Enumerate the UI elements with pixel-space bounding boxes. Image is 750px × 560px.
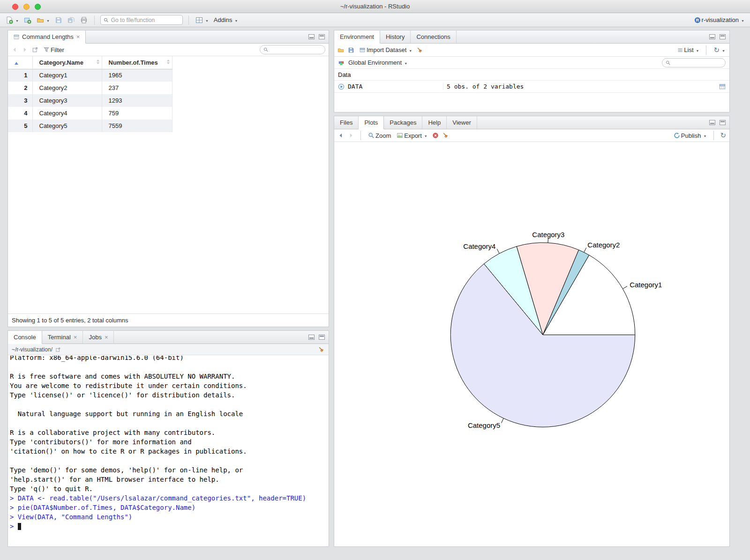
tab-history[interactable]: History xyxy=(380,30,411,43)
maximize-pane-icon[interactable] xyxy=(319,34,325,39)
pie-label-Category1: Category1 xyxy=(630,281,662,289)
tab-environment[interactable]: Environment xyxy=(334,30,380,44)
refresh-environment-button[interactable]: ↻ xyxy=(712,45,726,55)
r-project-icon: R xyxy=(694,17,701,23)
console-tabbar: Console Terminal Jobs xyxy=(8,331,329,344)
svg-text:R: R xyxy=(696,18,699,22)
times-cell: 759 xyxy=(102,107,172,119)
pie-label-Category2: Category2 xyxy=(587,241,620,249)
minimize-window-button[interactable] xyxy=(23,4,30,10)
clear-all-plots-button[interactable] xyxy=(442,132,449,139)
pie-label-tick xyxy=(584,248,586,253)
tab-plots[interactable]: Plots xyxy=(359,116,384,129)
table-row: 4 Category4 759 xyxy=(8,107,172,119)
times-cell: 237 xyxy=(102,82,172,94)
object-name: DATA xyxy=(348,83,362,90)
save-all-button[interactable] xyxy=(67,16,76,24)
goto-file-search[interactable] xyxy=(100,15,183,25)
environment-object-row: DATA 5 obs. of 2 variables xyxy=(334,81,729,93)
tab-files[interactable]: Files xyxy=(334,116,359,129)
previous-plot-button[interactable] xyxy=(338,132,344,139)
clear-console-button[interactable] xyxy=(318,346,325,353)
tab-terminal[interactable]: Terminal xyxy=(42,331,83,343)
tab-jobs[interactable]: Jobs xyxy=(83,331,114,343)
table-icon xyxy=(14,34,19,40)
maximize-pane-icon[interactable] xyxy=(319,335,325,340)
environment-pane: Environment History Connections Import D… xyxy=(334,30,730,112)
category-name-cell: Category5 xyxy=(32,119,102,132)
column-header-rownum[interactable] xyxy=(8,56,32,69)
export-plot-button[interactable]: Export xyxy=(396,131,428,140)
pane-window-buttons xyxy=(709,120,726,125)
tab-help[interactable]: Help xyxy=(422,116,447,129)
dropdown-caret-icon xyxy=(695,46,699,54)
new-project-button[interactable] xyxy=(23,16,32,24)
import-dataset-icon xyxy=(359,47,366,53)
filter-button[interactable]: Filter xyxy=(42,46,65,54)
expand-object-icon[interactable] xyxy=(338,83,345,90)
console-output-area[interactable]: Platform: x86_64-apple-darwin15.6.0 (64-… xyxy=(8,356,329,546)
open-in-new-window-button[interactable] xyxy=(32,46,38,53)
dropdown-caret-icon xyxy=(233,16,238,24)
tab-command-lengths[interactable]: Command Lengths xyxy=(8,30,86,44)
next-plot-button[interactable] xyxy=(348,132,354,139)
table-search-input[interactable] xyxy=(271,46,322,53)
row-number-cell: 1 xyxy=(8,69,32,82)
view-object-button[interactable] xyxy=(719,83,726,90)
addins-button[interactable]: Addins xyxy=(213,15,239,25)
remove-plot-button[interactable] xyxy=(432,132,439,139)
popout-icon[interactable] xyxy=(55,347,61,352)
save-workspace-button[interactable] xyxy=(348,47,354,53)
times-cell: 1293 xyxy=(102,94,172,107)
display-mode-button[interactable]: List xyxy=(676,45,700,55)
table-search-box[interactable] xyxy=(260,45,325,54)
broom-icon xyxy=(318,346,325,353)
project-selector-button[interactable]: R r-visualization xyxy=(693,15,745,25)
save-icon xyxy=(55,16,62,24)
back-button[interactable] xyxy=(11,46,18,53)
close-icon[interactable] xyxy=(74,334,77,340)
scope-selector-button[interactable]: Global Environment xyxy=(347,58,408,67)
print-button[interactable] xyxy=(79,16,89,24)
row-number-cell: 3 xyxy=(8,94,32,107)
forward-button[interactable] xyxy=(22,46,28,53)
save-button[interactable] xyxy=(54,16,63,24)
new-file-button[interactable] xyxy=(5,15,20,25)
publish-button[interactable]: Publish xyxy=(673,131,708,140)
viewer-tabbar: Command Lengths xyxy=(8,30,329,44)
tab-packages[interactable]: Packages xyxy=(384,116,422,129)
fullscreen-window-button[interactable] xyxy=(35,4,41,10)
maximize-pane-icon[interactable] xyxy=(720,120,726,125)
tab-viewer[interactable]: Viewer xyxy=(447,116,477,129)
environment-search-box[interactable] xyxy=(662,58,726,67)
load-workspace-button[interactable] xyxy=(338,47,344,53)
tab-console[interactable]: Console xyxy=(8,331,42,344)
toolbar-separator xyxy=(360,131,361,140)
zoom-plot-button[interactable]: Zoom xyxy=(367,132,392,140)
column-header-number-of-times[interactable]: Number.of.Times xyxy=(102,56,172,69)
open-file-button[interactable] xyxy=(36,15,51,25)
environment-search-input[interactable] xyxy=(673,60,722,66)
maximize-pane-icon[interactable] xyxy=(720,34,726,39)
column-label: Category.Name xyxy=(39,59,83,66)
minimize-pane-icon[interactable] xyxy=(709,34,715,39)
print-icon xyxy=(80,16,88,24)
import-dataset-button[interactable]: Import Dataset xyxy=(358,45,413,55)
category-name-cell: Category4 xyxy=(32,107,102,119)
close-icon[interactable] xyxy=(76,34,80,40)
close-icon[interactable] xyxy=(105,334,108,340)
close-window-button[interactable] xyxy=(12,4,18,10)
sort-ascending-icon xyxy=(15,62,18,65)
column-header-category-name[interactable]: Category.Name xyxy=(32,56,102,69)
refresh-plot-button[interactable]: ↻ xyxy=(720,131,726,140)
data-viewer-pane: Command Lengths Filter Category.Name xyxy=(8,30,329,327)
workspace-panes-button[interactable] xyxy=(195,15,210,25)
minimize-pane-icon[interactable] xyxy=(709,120,715,125)
project-name-label: r-visualization xyxy=(702,16,739,23)
forward-arrow-icon xyxy=(348,132,354,139)
goto-file-input[interactable] xyxy=(111,17,180,23)
tab-connections[interactable]: Connections xyxy=(411,30,456,43)
clear-environment-button[interactable] xyxy=(417,47,423,53)
minimize-pane-icon[interactable] xyxy=(308,34,315,39)
minimize-pane-icon[interactable] xyxy=(308,335,315,340)
